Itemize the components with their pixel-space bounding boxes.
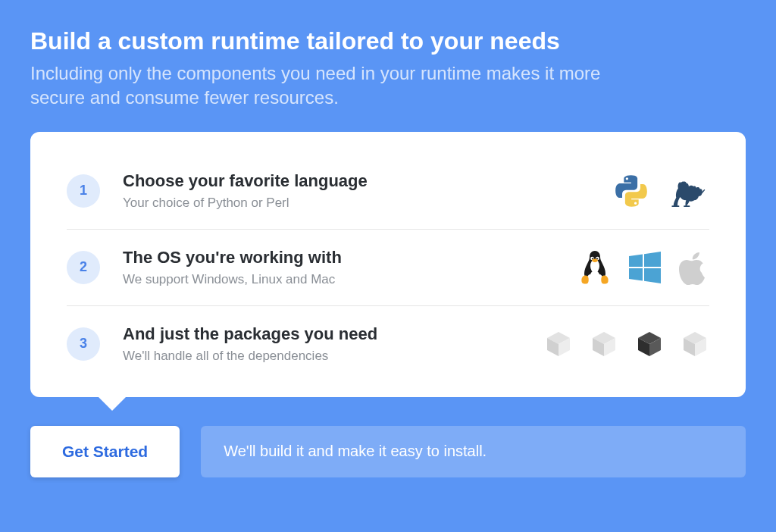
steps-card: 1 Choose your favorite language Your cho…	[30, 132, 746, 397]
step-title: And just the packages you need	[123, 324, 544, 344]
get-started-button[interactable]: Get Started	[30, 426, 180, 477]
package-icon-selected	[635, 330, 664, 358]
package-icon	[590, 330, 618, 358]
step-desc: We'll handle all of the dependencies	[123, 349, 544, 364]
step-badge: 2	[67, 251, 100, 284]
package-icon	[681, 330, 709, 358]
step-2: 2 The OS you're working with We support …	[67, 230, 709, 305]
hero-title: Build a custom runtime tailored to your …	[30, 27, 746, 55]
cta-info: We'll build it and make it easy to insta…	[201, 426, 746, 477]
step-title: The OS you're working with	[123, 248, 579, 268]
perl-icon	[667, 172, 709, 210]
windows-icon	[627, 250, 662, 285]
step-badge: 3	[67, 327, 100, 361]
step-1: 1 Choose your favorite language Your cho…	[67, 153, 709, 229]
step-badge: 1	[67, 174, 100, 208]
apple-icon	[679, 249, 709, 286]
step-desc: We support Windows, Linux and Mac	[123, 272, 579, 287]
hero-subtitle: Including only the components you need i…	[30, 61, 621, 111]
step-3: 3 And just the packages you need We'll h…	[67, 306, 709, 382]
linux-icon	[579, 249, 611, 286]
package-icon	[544, 330, 573, 358]
step-desc: Your choice of Python or Perl	[123, 196, 612, 211]
python-icon	[612, 172, 650, 210]
step-title: Choose your favorite language	[123, 171, 612, 191]
